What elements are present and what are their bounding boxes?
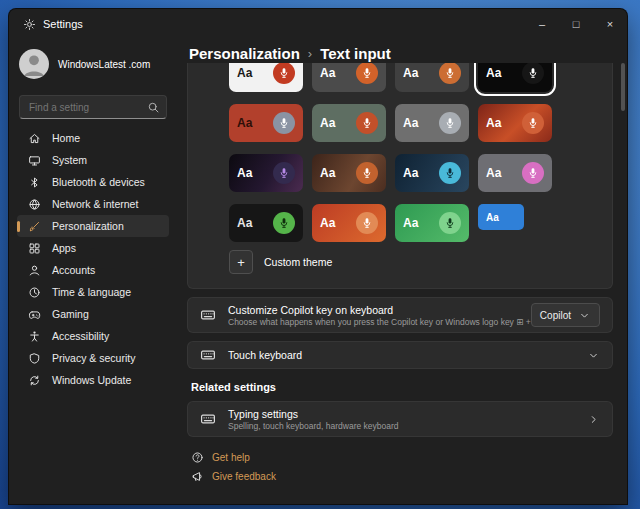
keyboard-icon (200, 411, 216, 427)
sidebar-item-label: System (52, 154, 87, 166)
copilot-dropdown[interactable]: Copilot (531, 303, 600, 327)
user-name: WindowsLatest .com (58, 59, 150, 70)
microphone-icon (356, 112, 378, 134)
theme-aa-label: Aa (403, 66, 418, 80)
theme-tile[interactable]: Aa (312, 63, 386, 92)
network-icon (28, 198, 41, 211)
microphone-icon (439, 212, 461, 234)
microphone-icon (439, 162, 461, 184)
related-settings-header: Related settings (191, 381, 276, 393)
theme-tile[interactable]: Aa (229, 104, 303, 142)
sidebar-item-time-language[interactable]: Time & language (17, 281, 169, 303)
theme-tile[interactable]: Aa (395, 63, 469, 92)
personalization-icon (28, 220, 41, 233)
theme-tile[interactable]: Aa (312, 204, 386, 242)
microphone-icon (356, 212, 378, 234)
scrollbar-thumb[interactable] (621, 63, 625, 111)
close-button[interactable]: × (593, 9, 627, 39)
sidebar-item-home[interactable]: Home (17, 127, 169, 149)
get-help-link[interactable]: Get help (191, 451, 250, 464)
theme-tile[interactable]: Aa (395, 104, 469, 142)
theme-tile[interactable]: Aa (478, 154, 552, 192)
theme-tile[interactable]: Aa (395, 204, 469, 242)
privacy-icon (28, 352, 41, 365)
copilot-setting-title: Customize Copilot key on keyboard (228, 304, 519, 316)
sidebar-item-accessibility[interactable]: Accessibility (17, 325, 169, 347)
settings-window: Settings – □ × WindowsLatest .com Home (8, 8, 628, 505)
custom-theme-button[interactable]: + Custom theme (229, 250, 332, 274)
theme-aa-label: Aa (486, 212, 499, 223)
search-icon (147, 100, 160, 113)
sidebar-item-network-internet[interactable]: Network & internet (17, 193, 169, 215)
page-title: Text input (320, 45, 391, 62)
breadcrumb-separator-icon: › (308, 46, 312, 61)
theme-aa-label: Aa (403, 216, 418, 230)
microphone-icon (273, 162, 295, 184)
theme-tile[interactable]: Aa (312, 104, 386, 142)
keyboard-icon (200, 307, 216, 323)
sidebar-item-bluetooth-devices[interactable]: Bluetooth & devices (17, 171, 169, 193)
time-language-icon (28, 286, 41, 299)
theme-tile[interactable]: Aa (478, 104, 552, 142)
theme-aa-label: Aa (237, 216, 252, 230)
theme-tile[interactable]: Aa (395, 154, 469, 192)
microphone-icon (273, 212, 295, 234)
touch-keyboard-row[interactable]: Touch keyboard (187, 341, 613, 369)
microphone-icon (356, 162, 378, 184)
theme-aa-label: Aa (320, 116, 335, 130)
theme-aa-label: Aa (486, 66, 501, 80)
theme-tile-selected[interactable]: Aa (478, 63, 552, 92)
typing-settings-row[interactable]: Typing settings Spelling, touch keyboard… (187, 401, 613, 437)
sidebar-item-privacy-security[interactable]: Privacy & security (17, 347, 169, 369)
theme-tile[interactable]: Aa (229, 204, 303, 242)
scroll-viewport: Aa Aa Aa Aa (177, 63, 619, 504)
microphone-icon (273, 112, 295, 134)
theme-tile[interactable]: Aa (229, 63, 303, 92)
chevron-right-icon (587, 413, 600, 426)
titlebar: Settings – □ × (9, 9, 627, 39)
theme-aa-label: Aa (320, 66, 335, 80)
microphone-icon (439, 112, 461, 134)
theme-aa-label: Aa (237, 66, 252, 80)
theme-gallery-card: Aa Aa Aa Aa (187, 63, 613, 289)
accounts-icon (28, 264, 41, 277)
sidebar-item-windows-update[interactable]: Windows Update (17, 369, 169, 391)
sidebar-item-apps[interactable]: Apps (17, 237, 169, 259)
breadcrumb: Personalization › Text input (189, 45, 391, 62)
theme-aa-label: Aa (403, 166, 418, 180)
search-box (19, 95, 167, 119)
breadcrumb-parent[interactable]: Personalization (189, 45, 300, 62)
gaming-icon (28, 308, 41, 321)
sidebar-item-system[interactable]: System (17, 149, 169, 171)
theme-aa-label: Aa (320, 216, 335, 230)
apps-icon (28, 242, 41, 255)
give-feedback-link[interactable]: Give feedback (191, 470, 276, 483)
system-icon (28, 154, 41, 167)
copilot-setting-subtitle: Choose what happens when you press the C… (228, 317, 519, 327)
sidebar-item-personalization[interactable]: Personalization (17, 215, 169, 237)
chevron-down-icon (578, 309, 591, 322)
windows-update-icon (28, 374, 41, 387)
plus-icon: + (229, 250, 253, 274)
sidebar-item-label: Windows Update (52, 374, 131, 386)
sidebar-item-accounts[interactable]: Accounts (17, 259, 169, 281)
touch-keyboard-title: Touch keyboard (228, 349, 302, 361)
sidebar-item-gaming[interactable]: Gaming (17, 303, 169, 325)
theme-aa-label: Aa (486, 166, 501, 180)
main-content: Personalization › Text input Aa Aa (177, 39, 627, 504)
minimize-button[interactable]: – (525, 9, 559, 39)
theme-tile[interactable]: Aa (229, 154, 303, 192)
accessibility-icon (28, 330, 41, 343)
theme-aa-label: Aa (403, 116, 418, 130)
get-help-label: Get help (212, 452, 250, 463)
theme-aa-label: Aa (237, 166, 252, 180)
settings-gear-icon (23, 17, 36, 30)
sidebar-item-label: Gaming (52, 308, 89, 320)
maximize-button[interactable]: □ (559, 9, 593, 39)
theme-tile[interactable]: Aa (312, 154, 386, 192)
theme-tile[interactable]: Aa (478, 204, 524, 230)
feedback-megaphone-icon (191, 470, 204, 483)
sidebar-item-label: Apps (52, 242, 76, 254)
user-account-row[interactable]: WindowsLatest .com (19, 49, 150, 79)
search-input[interactable] (19, 95, 167, 119)
